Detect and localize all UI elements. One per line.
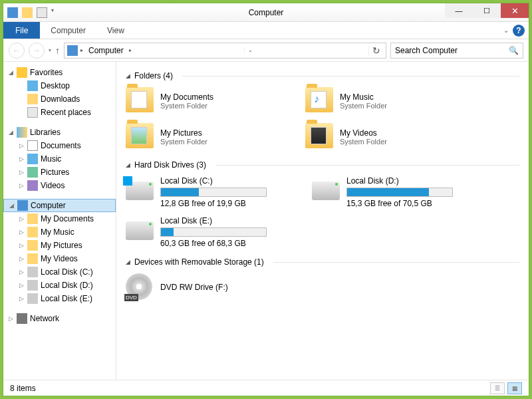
tree-favorites[interactable]: ◢Favorites bbox=[3, 66, 116, 79]
drive-d[interactable]: Local Disk (D:) 15,3 GB free of 70,5 GB bbox=[312, 176, 485, 208]
up-button[interactable]: ↑ bbox=[55, 45, 60, 56]
content-pane: ◢Folders (4) My DocumentsSystem Folder M… bbox=[116, 62, 529, 380]
view-tab[interactable]: View bbox=[96, 22, 135, 39]
ribbon-expand-icon[interactable]: ⌄ bbox=[503, 27, 509, 34]
close-button[interactable]: ✕ bbox=[501, 3, 529, 18]
minimize-button[interactable]: — bbox=[445, 3, 473, 18]
view-details-button[interactable]: ☰ bbox=[490, 382, 505, 394]
item-count: 8 items bbox=[10, 384, 36, 393]
tree-libraries[interactable]: ◢Libraries bbox=[3, 126, 116, 139]
tree-documents[interactable]: ▷Documents bbox=[3, 139, 116, 152]
window-title: Computer bbox=[249, 8, 284, 17]
help-icon[interactable]: ? bbox=[513, 25, 525, 37]
app-icon bbox=[7, 7, 18, 18]
navigation-pane: ◢Favorites Desktop Downloads Recent plac… bbox=[3, 62, 116, 380]
tree-computer[interactable]: ◢Computer bbox=[3, 199, 116, 212]
qat-newfolder-icon[interactable] bbox=[37, 7, 47, 18]
file-tab[interactable]: File bbox=[3, 22, 40, 39]
tree-mymusic[interactable]: ▷My Music bbox=[3, 225, 116, 239]
qat-dropdown-icon[interactable]: ▾ bbox=[51, 7, 57, 18]
address-bar[interactable]: ▸ Computer ▸ ⌄ ↻ bbox=[64, 43, 386, 59]
tree-myvideos[interactable]: ▷My Videos bbox=[3, 252, 116, 265]
tree-mydocuments[interactable]: ▷My Documents bbox=[3, 212, 116, 225]
group-folders-header[interactable]: ◢Folders (4) bbox=[126, 71, 519, 80]
folder-mydocuments[interactable]: My DocumentsSystem Folder bbox=[126, 87, 292, 115]
tree-mypictures[interactable]: ▷My Pictures bbox=[3, 239, 116, 252]
ribbon-tabs: File Computer View ⌄ ? bbox=[3, 22, 529, 39]
tree-recent[interactable]: Recent places bbox=[3, 106, 116, 119]
drive-e[interactable]: Local Disk (E:) 60,3 GB free of 68,3 GB bbox=[126, 216, 299, 248]
quick-access-toolbar: ▾ bbox=[3, 7, 57, 18]
dvd-icon bbox=[126, 273, 152, 300]
search-input[interactable]: Search Computer 🔍 bbox=[390, 43, 523, 59]
capacity-bar bbox=[160, 227, 267, 237]
address-dropdown-icon[interactable]: ⌄ bbox=[244, 47, 256, 53]
folder-mymusic[interactable]: My MusicSystem Folder bbox=[305, 87, 471, 115]
search-placeholder: Search Computer bbox=[395, 46, 458, 55]
tree-pictures[interactable]: ▷Pictures bbox=[3, 166, 116, 179]
computer-icon bbox=[67, 45, 78, 56]
tree-videos[interactable]: ▷Videos bbox=[3, 179, 116, 192]
tree-localdisk-d[interactable]: ▷Local Disk (D:) bbox=[3, 279, 116, 292]
drive-icon bbox=[126, 221, 154, 240]
tree-network[interactable]: ▷Network bbox=[3, 312, 116, 325]
tree-localdisk-e[interactable]: ▷Local Disk (E:) bbox=[3, 292, 116, 305]
forward-button[interactable]: → bbox=[29, 43, 45, 59]
chevron-right-icon[interactable]: ▸ bbox=[129, 47, 132, 53]
capacity-bar bbox=[346, 188, 453, 197]
history-dropdown-icon[interactable]: ▾ bbox=[49, 47, 51, 53]
breadcrumb-computer[interactable]: Computer bbox=[86, 46, 126, 55]
titlebar[interactable]: ▾ Computer — ☐ ✕ bbox=[3, 3, 529, 22]
refresh-button[interactable]: ↻ bbox=[368, 45, 383, 56]
navigation-bar: ← → ▾ ↑ ▸ Computer ▸ ⌄ ↻ Search Computer… bbox=[3, 39, 529, 62]
maximize-button[interactable]: ☐ bbox=[473, 3, 501, 18]
qat-properties-icon[interactable] bbox=[22, 7, 33, 18]
chevron-right-icon[interactable]: ▸ bbox=[80, 47, 83, 53]
tree-downloads[interactable]: Downloads bbox=[3, 92, 116, 106]
window-controls: — ☐ ✕ bbox=[445, 3, 529, 18]
tree-music[interactable]: ▷Music bbox=[3, 152, 116, 166]
folder-myvideos[interactable]: My VideosSystem Folder bbox=[305, 123, 471, 151]
back-button[interactable]: ← bbox=[9, 43, 25, 59]
explorer-window: ▾ Computer — ☐ ✕ File Computer View ⌄ ? … bbox=[3, 3, 529, 396]
tree-desktop[interactable]: Desktop bbox=[3, 79, 116, 92]
status-bar: 8 items ☰ ▦ bbox=[3, 380, 529, 396]
dvd-drive-f[interactable]: DVD RW Drive (F:) bbox=[126, 273, 292, 301]
computer-tab[interactable]: Computer bbox=[40, 22, 96, 39]
drive-icon bbox=[312, 182, 340, 200]
group-drives-header[interactable]: ◢Hard Disk Drives (3) bbox=[126, 160, 519, 170]
folder-mypictures[interactable]: My PicturesSystem Folder bbox=[126, 123, 292, 151]
search-icon: 🔍 bbox=[509, 46, 519, 55]
group-removable-header[interactable]: ◢Devices with Removable Storage (1) bbox=[126, 257, 519, 267]
drive-icon bbox=[126, 182, 154, 200]
view-tiles-button[interactable]: ▦ bbox=[507, 382, 522, 394]
capacity-bar bbox=[160, 188, 267, 197]
drive-c[interactable]: Local Disk (C:) 12,8 GB free of 19,9 GB bbox=[126, 176, 299, 208]
tree-localdisk-c[interactable]: ▷Local Disk (C:) bbox=[3, 265, 116, 279]
